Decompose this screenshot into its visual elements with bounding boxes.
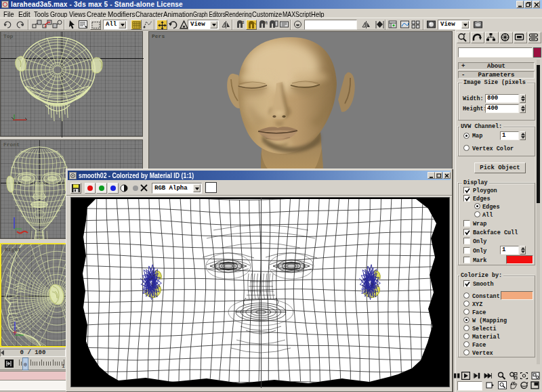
svg-text:%: % [264,20,268,25]
svg-text:3: 3 [242,20,245,24]
